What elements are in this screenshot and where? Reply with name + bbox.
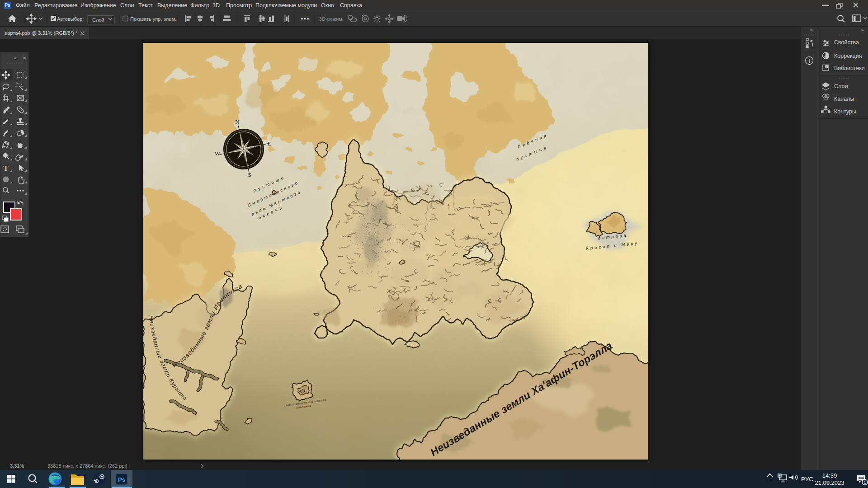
svg-text:Автовыбор:: Автовыбор: xyxy=(57,16,84,22)
svg-text:S: S xyxy=(248,171,251,178)
svg-text:РУС: РУС xyxy=(801,476,813,483)
svg-text:Показать упр. элем.: Показать упр. элем. xyxy=(130,16,176,22)
svg-text:1: 1 xyxy=(863,480,866,485)
svg-text:E: E xyxy=(268,140,271,147)
svg-text:Слой: Слой xyxy=(92,17,104,23)
svg-text:3D-режим:: 3D-режим: xyxy=(319,16,344,22)
svg-text:N: N xyxy=(235,118,240,125)
svg-text:Ps: Ps xyxy=(118,476,125,483)
svg-text:14:39: 14:39 xyxy=(822,472,837,479)
svg-text:W: W xyxy=(215,150,221,157)
svg-text:T: T xyxy=(3,164,9,173)
svg-text:21.09.2023: 21.09.2023 xyxy=(815,479,844,486)
